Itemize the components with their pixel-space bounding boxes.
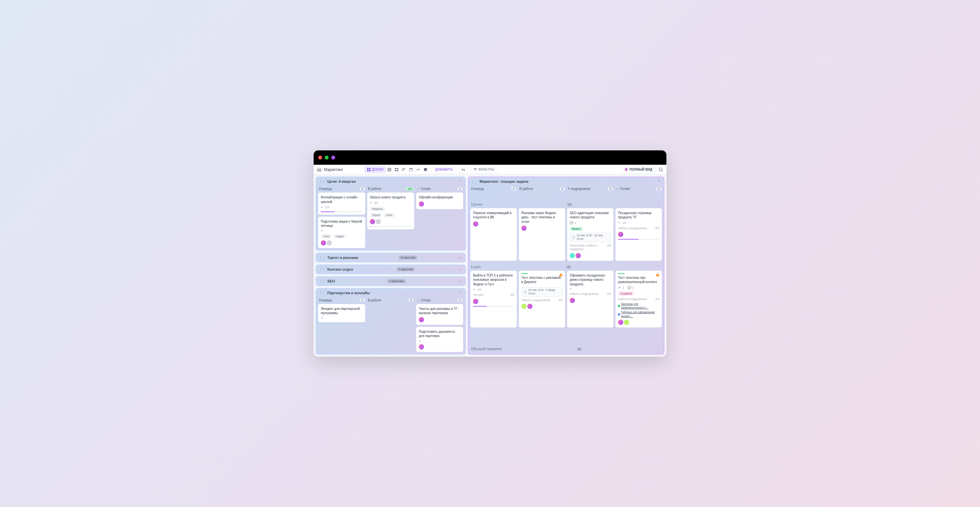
card[interactable]: Подготовка акции к Черной пятнице ОлегГа… [318,217,365,248]
board-header[interactable]: ⋮⋮ Маркетинг: текущие задачи ⌃ [468,177,664,186]
drag-handle-icon[interactable]: ⋮⋮ [471,180,477,183]
collapse-icon[interactable]: ⌃ [657,202,661,207]
card[interactable]: Подготовить документы для партнера [416,327,463,352]
column-inprogress: В работе1/2 Запуск нового продукта 0/5 М… [367,186,414,248]
boards-view-btn[interactable]: ДОСКИ [364,166,386,173]
sliders-icon [461,169,465,171]
comment-icon: 💬 [627,286,631,290]
collapse-icon[interactable]: ⌃ [657,265,661,269]
attachment-link[interactable]: Таблица для оформления аналит… [618,311,659,318]
svg-rect-23 [475,170,476,171]
board-collapsed[interactable]: ⋮⋮Контент-отдел7 карточек⌄ [315,265,466,274]
card[interactable]: Оформить посадочную демо-страницу нового… [567,271,614,328]
list-view-btn[interactable] [386,166,393,173]
svg-rect-4 [387,168,391,169]
check-icon: ✓ [417,187,420,191]
swimlane-bydate[interactable]: К дате 4 ⌃ [468,263,664,271]
collapse-icon[interactable]: ⌃ [458,179,463,184]
drag-handle-icon[interactable]: ⋮⋮ [319,291,325,295]
menu-icon[interactable] [317,168,321,171]
card[interactable]: Посадочная страница продукта "X" 1/2 Раб… [616,208,662,261]
board-header[interactable]: ⋮⋮ Партнерства и коллабы ⌃ [316,289,465,297]
check-icon: ✓ [616,187,619,191]
avatar [419,344,424,349]
column-queue: Очередь1 Лендинг для партнерской програм… [318,297,365,352]
card[interactable]: Лендинг для партнерской программы [318,304,365,322]
board-header[interactable]: ⋮⋮ Цели: 4 квартал ⌃ [316,177,465,186]
svg-point-19 [462,169,463,170]
card[interactable]: Коллаборация с онлайн-школой 1/3 [318,193,365,214]
expand-icon[interactable]: ⌄ [657,347,661,351]
app-window: Маркетинг ДОСКИ ДОБАВИТЬ ФИЛЬТРЫ ПОЛНЫЙ [313,150,667,356]
expand-icon[interactable]: ⌄ [458,255,463,260]
flame-icon: 🔥 [559,273,563,277]
card[interactable]: Тексты для рекламы в ТГ-каналах партнеро… [416,304,463,325]
subtask-icon [370,201,373,204]
subtask-icon [321,206,324,209]
avatar [618,232,623,237]
avatar [527,304,533,309]
close-dot[interactable] [318,156,322,159]
search-icon[interactable] [659,167,663,172]
calendar-view-btn[interactable] [407,166,415,173]
avatar [327,240,332,246]
card[interactable]: Выйти в ТОП 5 в рейтинге поисковых запро… [470,271,517,328]
board-collapsed[interactable]: ⋮⋮SEO4 карточки⌄ [315,276,466,286]
swimlane-urgent[interactable]: Срочно 4 ⌃ [468,201,664,208]
grid-view-btn[interactable] [393,166,400,173]
window-titlebar [313,150,667,165]
drag-handle-icon[interactable]: ⋮⋮ [319,267,325,271]
avatar [375,219,381,224]
chart-view-btn[interactable] [415,166,422,173]
board-collapsed[interactable]: ⋮⋮Таргет и реклама6 карточек⌄ [315,253,466,263]
svg-rect-3 [369,170,371,171]
column-queue: Очередь2 Коллаборация с онлайн-школой 1/… [318,186,365,248]
svg-rect-6 [387,171,391,171]
card[interactable]: Перенос коммуникаций в соцсетях в ВК [470,208,517,261]
avatar [473,221,478,226]
collapse-icon[interactable]: ⌃ [657,179,661,184]
card[interactable]: Запуск нового продукта 0/5 Марина ГарриО… [367,193,414,230]
column-inprogress: В работе0 [367,297,414,352]
eye-icon: 👁 [618,286,621,290]
box-view-btn[interactable] [422,166,429,173]
board-current-tasks: ⋮⋮ Маркетинг: текущие задачи ⌃ Очередь4 … [468,177,665,354]
avatar [618,320,623,325]
filters-button[interactable]: ФИЛЬТРЫ [470,166,498,173]
avatar [570,298,575,303]
card[interactable]: 🔥 Тест гипотезы с рекламой в Директе 🕐24… [519,271,565,328]
swimlane-normal[interactable]: Обычный приоритет 6 ⌄ [468,346,664,354]
maximize-dot[interactable] [331,156,335,159]
collapse-icon[interactable]: ⌃ [458,290,463,295]
card[interactable]: 🔥 Тест гипотезы про развлекательный конт… [616,271,662,328]
svg-rect-10 [397,170,398,171]
attachment-link[interactable]: Картинки для развлекательных п… [618,302,659,310]
expand-icon[interactable]: ⌄ [458,279,463,284]
card[interactable]: SEO адаптация описания нового продукта 💬… [567,208,614,261]
svg-rect-5 [387,169,391,170]
drag-handle-icon[interactable]: ⋮⋮ [319,180,325,183]
board-title: Партнерства и коллабы [327,291,370,295]
subtask-icon [473,288,476,291]
add-button[interactable]: ДОБАВИТЬ [431,166,457,173]
drag-handle-icon[interactable]: ⋮⋮ [319,279,325,283]
card[interactable]: Офлайн-конференция [416,193,463,209]
avatar [521,226,527,231]
sort-view-btn[interactable] [400,166,407,173]
subtask-icon [321,317,324,320]
svg-rect-2 [367,170,369,171]
full-view-button[interactable]: ПОЛНЫЙ ВИД [621,166,656,173]
subtask-icon [419,340,422,343]
expand-icon[interactable]: ⌄ [458,267,463,272]
board-title: Маркетинг: текущие задачи [480,179,528,183]
avatar [419,317,424,322]
options-button[interactable] [459,166,468,173]
avatar [570,253,575,258]
minimize-dot[interactable] [325,156,329,159]
avatar [370,219,375,224]
avatar [473,299,478,304]
svg-rect-15 [410,168,412,169]
drag-handle-icon[interactable]: ⋮⋮ [319,256,325,259]
workspace: ⋮⋮ Цели: 4 квартал ⌃ Очередь2 Коллаборац… [313,175,667,356]
card[interactable]: Реклама через Яндекс-дзен - тест гипотез… [519,208,565,261]
